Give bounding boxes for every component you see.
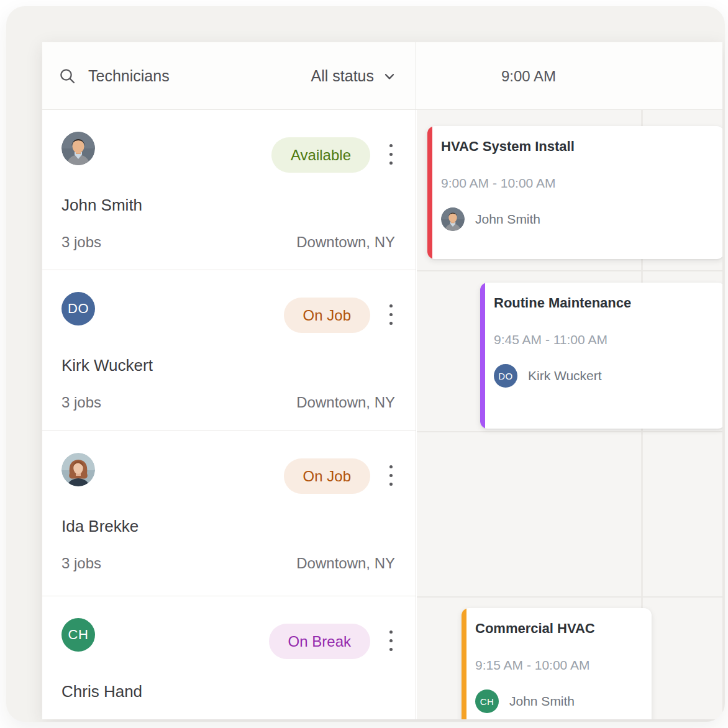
avatar-initials-do: DO [494, 364, 517, 388]
event-title: Commercial HVAC [475, 621, 595, 637]
technician-row-chris-hand[interactable]: CH On Break Chris Hand 3 jobs Downtown, … [42, 596, 416, 719]
event-title: Routine Maintenance [494, 295, 631, 311]
dispatch-panel: Technicians All status 9:00 AM 9:30 AM [42, 42, 722, 719]
grid-row-divider [417, 270, 722, 271]
avatar-photo-john-smith [441, 207, 465, 231]
row-menu-button[interactable] [387, 463, 395, 488]
screenshot-canvas: Technicians All status 9:00 AM 9:30 AM [0, 0, 728, 728]
avatar-initials-ch: CH [61, 618, 95, 652]
technician-header: Technicians All status [42, 42, 416, 110]
technician-jobs: 3 jobs [61, 394, 101, 411]
technician-jobs: 3 jobs [61, 234, 101, 251]
avatar-photo-john-smith [61, 132, 95, 165]
technician-location: Downtown, NY [296, 555, 395, 572]
event-accent-bar [480, 283, 485, 429]
row-menu-button[interactable] [387, 142, 395, 167]
status-badge: On Break [269, 624, 370, 659]
technician-list: Available John Smith 3 jobs Downtown, NY… [42, 110, 416, 719]
technician-name: Kirk Wuckert [61, 356, 395, 375]
status-badge: On Job [284, 298, 370, 333]
technician-name: Ida Brekke [61, 517, 395, 536]
time-column-900: 9:00 AM [416, 42, 641, 110]
status-badge: Available [271, 137, 370, 173]
event-time: 9:00 AM - 10:00 AM [441, 176, 575, 191]
chevron-down-icon [382, 69, 397, 84]
technician-location: Downtown, NY [296, 234, 395, 251]
event-assignee: Kirk Wuckert [528, 368, 602, 383]
row-menu-button[interactable] [387, 628, 395, 653]
technician-name: John Smith [61, 196, 395, 215]
event-card-routine-maintenance[interactable]: Routine Maintenance 9:45 AM - 11:00 AM D… [480, 283, 722, 429]
technician-name: Chris Hand [61, 682, 395, 701]
row-menu-button[interactable] [387, 302, 395, 327]
event-title: HVAC System Install [441, 139, 575, 155]
event-accent-bar [462, 608, 466, 719]
event-time: 9:45 AM - 11:00 AM [494, 332, 631, 347]
event-assignee: John Smith [475, 212, 540, 227]
technician-jobs: 3 jobs [61, 555, 101, 572]
status-badge: On Job [284, 458, 370, 494]
technician-row-kirk-wuckert[interactable]: DO On Job Kirk Wuckert 3 jobs Downtown, … [42, 270, 416, 431]
time-column-930: 9:30 AM [641, 42, 722, 110]
schedule-grid: HVAC System Install 9:00 AM - 10:00 AM [417, 110, 722, 719]
app-window: Technicians All status 9:00 AM 9:30 AM [6, 6, 725, 722]
event-card-commercial-hvac[interactable]: Commercial HVAC 9:15 AM - 10:00 AM CH Jo… [462, 608, 652, 719]
status-filter-dropdown[interactable]: All status [311, 67, 397, 85]
technician-row-ida-brekke[interactable]: On Job Ida Brekke 3 jobs Downtown, NY [42, 431, 416, 596]
status-filter-label: All status [311, 67, 374, 85]
panel-header: Technicians All status 9:00 AM 9:30 AM [42, 42, 722, 110]
event-accent-bar [427, 126, 432, 259]
search-input[interactable]: Technicians [59, 67, 311, 85]
technician-location: Downtown, NY [296, 394, 395, 411]
search-icon [59, 68, 76, 84]
technician-row-john-smith[interactable]: Available John Smith 3 jobs Downtown, NY [42, 110, 416, 270]
event-time: 9:15 AM - 10:00 AM [475, 658, 595, 673]
avatar-photo-ida-brekke [61, 453, 95, 486]
event-card-hvac-system-install[interactable]: HVAC System Install 9:00 AM - 10:00 AM [427, 126, 722, 259]
search-label: Technicians [88, 67, 170, 85]
grid-row-divider [417, 596, 722, 598]
avatar-initials-do: DO [61, 292, 95, 325]
grid-row-divider [417, 431, 722, 432]
avatar-initials-ch: CH [475, 689, 499, 713]
event-assignee: John Smith [509, 694, 575, 709]
